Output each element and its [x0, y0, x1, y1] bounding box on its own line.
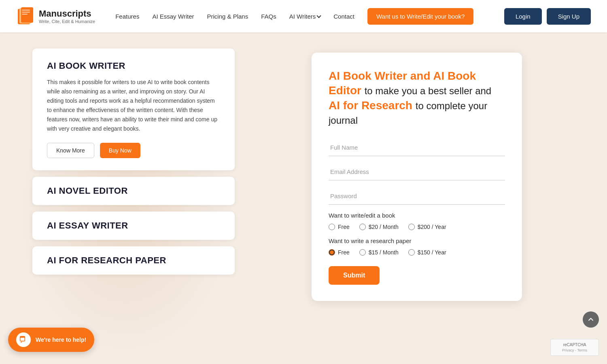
logo-tagline: Write, Cite, Edit & Humanize: [39, 19, 95, 24]
recaptcha-subtext: Privacy - Terms: [556, 348, 594, 352]
feature-card-novel-editor[interactable]: AI NOVEL EDITOR: [32, 177, 235, 205]
book-month-label: $20 / Month: [369, 224, 399, 230]
book-radio-group: Free $20 / Month $200 / Year: [329, 224, 505, 230]
book-free-radio[interactable]: [329, 224, 335, 230]
navbar-actions: Login Sign Up: [504, 8, 591, 25]
form-heading: AI Book Writer and AI Book Editor to mak…: [329, 69, 505, 128]
recaptcha-label: reCAPTCHA: [556, 343, 594, 347]
signup-form-card: AI Book Writer and AI Book Editor to mak…: [312, 53, 522, 301]
book-month-option[interactable]: $20 / Month: [359, 224, 399, 230]
nav-contact[interactable]: Contact: [333, 13, 354, 20]
svg-rect-3: [22, 10, 30, 11]
book-200year-radio[interactable]: [408, 224, 415, 230]
navbar: Manuscripts Write, Cite, Edit & Humanize…: [0, 0, 607, 32]
chat-label: We're here to help!: [36, 336, 86, 343]
nav-features[interactable]: Features: [115, 13, 139, 20]
chat-icon-circle: [16, 332, 31, 347]
research-free-option[interactable]: Free: [329, 249, 350, 256]
research-month-label: $15 / Month: [369, 249, 399, 256]
book-free-label: Free: [338, 224, 350, 230]
book-writer-description: This makes it possible for writers to us…: [47, 78, 220, 134]
know-more-button[interactable]: Know More: [47, 143, 94, 158]
svg-rect-4: [22, 12, 30, 13]
logo-icon: [16, 6, 36, 26]
left-panel: AI BOOK WRITER This makes it possible fo…: [32, 49, 235, 348]
form-heading-orange2: AI for Research: [329, 99, 412, 112]
nav-essay-writer[interactable]: AI Essay Writer: [152, 13, 194, 20]
nav-links: Features AI Essay Writer Pricing & Plans…: [115, 8, 496, 25]
logo[interactable]: Manuscripts Write, Cite, Edit & Humanize: [16, 6, 95, 26]
feature-card-book-writer: AI BOOK WRITER This makes it possible fo…: [32, 49, 235, 170]
book-free-option[interactable]: Free: [329, 224, 350, 230]
research-section-label: Want to write a research paper: [329, 237, 505, 244]
research-15month-radio[interactable]: [359, 249, 366, 256]
chat-icon: [19, 336, 28, 344]
feature-card-essay-writer[interactable]: AI ESSAY WRITER: [32, 212, 235, 240]
full-name-input[interactable]: [329, 139, 505, 156]
novel-editor-title: AI NOVEL EDITOR: [47, 186, 220, 196]
logo-text-container: Manuscripts Write, Cite, Edit & Humanize: [39, 8, 95, 24]
book-writer-title: AI BOOK WRITER: [47, 61, 220, 71]
chat-widget[interactable]: We're here to help!: [8, 328, 94, 352]
scroll-icon: [588, 316, 594, 323]
nav-pricing[interactable]: Pricing & Plans: [207, 13, 248, 20]
nav-ai-writers[interactable]: AI Writers: [289, 13, 321, 20]
book-writer-actions: Know More Buy Now: [47, 143, 220, 158]
write-edit-book-button[interactable]: Want us to Write/Edit your book?: [367, 8, 473, 25]
svg-rect-5: [22, 14, 28, 15]
logo-name: Manuscripts: [39, 8, 95, 19]
research-150year-radio[interactable]: [408, 249, 415, 256]
email-input[interactable]: [329, 163, 505, 180]
book-section-label: Want to write/edit a book: [329, 212, 505, 219]
research-radio-group: Free $15 / Month $150 / Year: [329, 249, 505, 256]
form-heading-normal: to make you a best seller and: [365, 85, 492, 96]
buy-now-button[interactable]: Buy Now: [100, 143, 140, 158]
research-year-label: $150 / Year: [418, 249, 446, 256]
scroll-to-top-button[interactable]: [583, 311, 599, 328]
research-free-label: Free: [338, 249, 350, 256]
research-month-option[interactable]: $15 / Month: [359, 249, 399, 256]
book-year-label: $200 / Year: [418, 224, 446, 230]
research-year-option[interactable]: $150 / Year: [408, 249, 446, 256]
password-input[interactable]: [329, 188, 505, 205]
book-year-option[interactable]: $200 / Year: [408, 224, 446, 230]
login-button[interactable]: Login: [504, 8, 542, 25]
signup-button[interactable]: Sign Up: [547, 8, 591, 25]
research-paper-title: AI FOR RESEARCH PAPER: [47, 255, 220, 266]
main-content: AI BOOK WRITER This makes it possible fo…: [0, 32, 607, 364]
feature-card-research-paper[interactable]: AI FOR RESEARCH PAPER: [32, 246, 235, 275]
essay-writer-title: AI ESSAY WRITER: [47, 220, 220, 231]
submit-button[interactable]: Submit: [329, 266, 380, 285]
recaptcha-widget: reCAPTCHA Privacy - Terms: [550, 339, 599, 356]
right-panel: AI Book Writer and AI Book Editor to mak…: [259, 49, 575, 348]
chevron-down-icon: [317, 13, 321, 18]
svg-rect-2: [21, 7, 33, 23]
nav-faqs[interactable]: FAQs: [261, 13, 276, 20]
research-free-radio[interactable]: [329, 249, 335, 256]
book-20month-radio[interactable]: [359, 224, 366, 230]
